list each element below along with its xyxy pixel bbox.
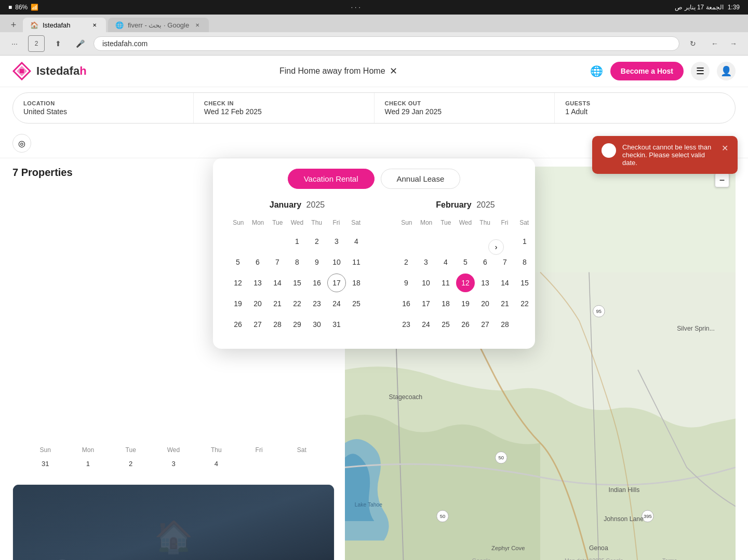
new-tab-button[interactable]: +: [6, 18, 21, 32]
feb-day-3[interactable]: 3: [417, 253, 435, 271]
feb-day-8[interactable]: 8: [515, 253, 534, 271]
reload-button[interactable]: ↻: [685, 35, 701, 52]
feb-day-20[interactable]: 20: [476, 294, 495, 313]
guests-field[interactable]: Guests 1 Adult: [555, 93, 735, 123]
jan-day-28[interactable]: 28: [268, 315, 287, 334]
forward-button[interactable]: →: [725, 35, 742, 52]
tab-close-button[interactable]: ✕: [90, 21, 99, 29]
jan-day-23[interactable]: 23: [308, 294, 326, 313]
jan-day-15[interactable]: 15: [288, 274, 306, 292]
tabs-button[interactable]: 2: [28, 35, 45, 52]
vacation-rental-tab[interactable]: Vacation Rental: [288, 169, 375, 189]
mini-day-31[interactable]: 31: [25, 458, 65, 470]
annual-lease-tab[interactable]: Annual Lease: [381, 169, 461, 189]
tab-fiverr[interactable]: 🌐 fiverr - بحث · Google ✕: [108, 18, 209, 32]
jan-day-19[interactable]: 19: [229, 294, 247, 313]
toast-close-button[interactable]: ✕: [722, 143, 728, 153]
jan-day-24[interactable]: 24: [327, 294, 346, 313]
mini-day-2[interactable]: 2: [111, 458, 151, 470]
search-close-icon[interactable]: ✕: [390, 65, 397, 77]
jan-day-8[interactable]: 8: [288, 253, 306, 271]
checkin-field[interactable]: Check In Wed 12 Feb 2025: [194, 93, 375, 123]
feb-day-26[interactable]: 26: [456, 315, 475, 334]
svg-marker-2: [20, 69, 24, 73]
jan-day-7[interactable]: 7: [268, 253, 287, 271]
property-image: 🏠 ▶ A Albander ✓ Verified Host: [13, 485, 334, 560]
jan-day-6[interactable]: 6: [248, 253, 267, 271]
jan-day-9[interactable]: 9: [308, 253, 326, 271]
zoom-minus-button[interactable]: −: [715, 173, 729, 187]
mini-day-1[interactable]: 1: [68, 458, 108, 470]
feb-day-25[interactable]: 25: [436, 315, 455, 334]
feb-day-11[interactable]: 11: [436, 274, 455, 292]
feb-day-16[interactable]: 16: [397, 294, 416, 313]
jan-day-27[interactable]: 27: [248, 315, 267, 334]
jan-day-18[interactable]: 18: [347, 274, 366, 292]
jan-day-29[interactable]: 29: [288, 315, 306, 334]
jan-day-20[interactable]: 20: [248, 294, 267, 313]
jan-day-4[interactable]: 4: [347, 232, 366, 251]
svg-text:Terms: Terms: [662, 558, 677, 560]
feb-day-14[interactable]: 14: [496, 274, 514, 292]
jan-day-11[interactable]: 11: [347, 253, 366, 271]
language-button[interactable]: 🌐: [590, 65, 603, 77]
jan-day-14[interactable]: 14: [268, 274, 287, 292]
menu-button[interactable]: ☰: [691, 62, 710, 80]
jan-mon: Mon: [248, 217, 268, 228]
address-bar[interactable]: istedafah.com: [94, 36, 679, 51]
calendar-next-button[interactable]: ›: [488, 239, 504, 255]
more-options-button[interactable]: ···: [6, 35, 23, 52]
feb-day-6[interactable]: 6: [476, 253, 495, 271]
jan-day-25[interactable]: 25: [347, 294, 366, 313]
jan-day-10[interactable]: 10: [327, 253, 346, 271]
user-avatar[interactable]: 👤: [717, 62, 736, 80]
feb-day-19[interactable]: 19: [456, 294, 475, 313]
feb-day-15[interactable]: 15: [515, 274, 534, 292]
jan-day-31[interactable]: 31: [327, 315, 346, 334]
feb-day-27[interactable]: 27: [476, 315, 495, 334]
feb-day-9[interactable]: 9: [397, 274, 416, 292]
jan-day-13[interactable]: 13: [248, 274, 267, 292]
feb-day-4[interactable]: 4: [436, 253, 455, 271]
jan-day-30[interactable]: 30: [308, 315, 326, 334]
jan-day-21[interactable]: 21: [268, 294, 287, 313]
feb-day-13[interactable]: 13: [476, 274, 495, 292]
my-location-button[interactable]: ◎: [12, 134, 31, 153]
jan-day-12[interactable]: 12: [229, 274, 247, 292]
feb-day-22[interactable]: 22: [515, 294, 534, 313]
tab-fiverr-close-button[interactable]: ✕: [193, 21, 202, 29]
feb-day-28[interactable]: 28: [496, 315, 514, 334]
feb-days: 1 2 3 4 5 6 7 8 9 10 11: [397, 231, 534, 334]
feb-day-2[interactable]: 2: [397, 253, 416, 271]
mini-day-3[interactable]: 3: [153, 458, 194, 470]
back-button[interactable]: ←: [706, 35, 723, 52]
jan-day-16[interactable]: 16: [308, 274, 326, 292]
feb-day-21[interactable]: 21: [496, 294, 514, 313]
jan-day-1[interactable]: 1: [288, 232, 306, 251]
jan-day-3[interactable]: 3: [327, 232, 346, 251]
checkin-label: Check In: [204, 100, 364, 106]
mini-day-4[interactable]: 4: [196, 458, 236, 470]
jan-day-2[interactable]: 2: [308, 232, 326, 251]
jan-day-22[interactable]: 22: [288, 294, 306, 313]
checkout-field[interactable]: Check Out Wed 29 Jan 2025: [375, 93, 555, 123]
feb-day-18[interactable]: 18: [436, 294, 455, 313]
feb-day-12-selected[interactable]: 12: [456, 274, 475, 292]
logo[interactable]: Istedafah: [12, 62, 87, 80]
jan-day-5[interactable]: 5: [229, 253, 247, 271]
feb-day-17[interactable]: 17: [417, 294, 435, 313]
location-field[interactable]: Location United States: [13, 93, 194, 123]
feb-day-24[interactable]: 24: [417, 315, 435, 334]
feb-sat: Sat: [514, 217, 534, 228]
feb-day-7[interactable]: 7: [496, 253, 514, 271]
feb-day-1[interactable]: 1: [515, 232, 534, 251]
become-host-button[interactable]: Become a Host: [610, 62, 684, 80]
share-button[interactable]: ⬆: [50, 35, 66, 52]
tab-istedafah[interactable]: 🏠 Istedafah ✕: [23, 18, 106, 32]
jan-day-17-today[interactable]: 17: [327, 274, 346, 292]
feb-day-5[interactable]: 5: [456, 253, 475, 271]
mic-button[interactable]: 🎤: [72, 35, 88, 52]
feb-day-10[interactable]: 10: [417, 274, 435, 292]
feb-day-23[interactable]: 23: [397, 315, 416, 334]
jan-day-26[interactable]: 26: [229, 315, 247, 334]
